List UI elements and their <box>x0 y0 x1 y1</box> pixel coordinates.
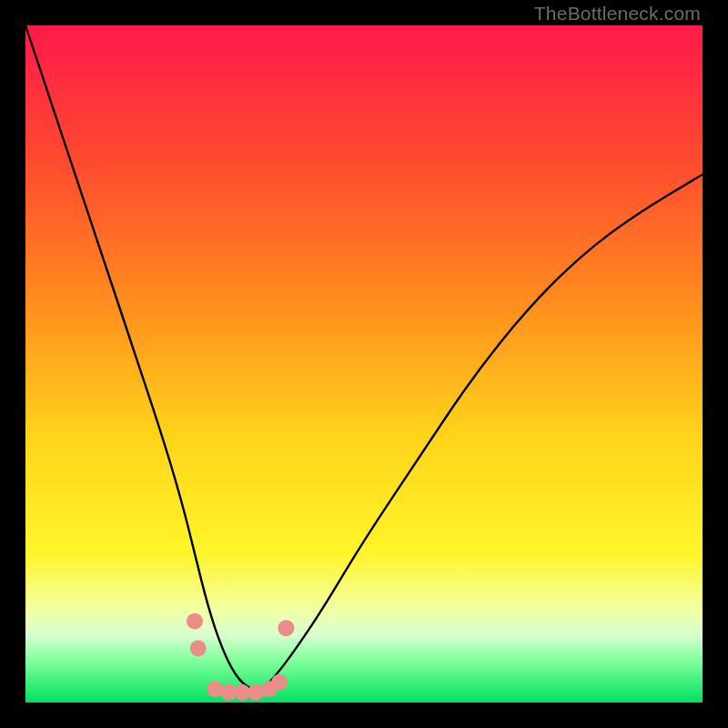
curve-marker <box>190 641 207 657</box>
bottleneck-chart <box>25 25 703 703</box>
curve-marker <box>187 613 203 630</box>
watermark-text: TheBottleneck.com <box>534 3 701 25</box>
chart-frame <box>25 25 703 703</box>
chart-background-gradient <box>25 25 703 703</box>
curve-marker <box>271 674 288 691</box>
curve-marker <box>278 620 294 636</box>
